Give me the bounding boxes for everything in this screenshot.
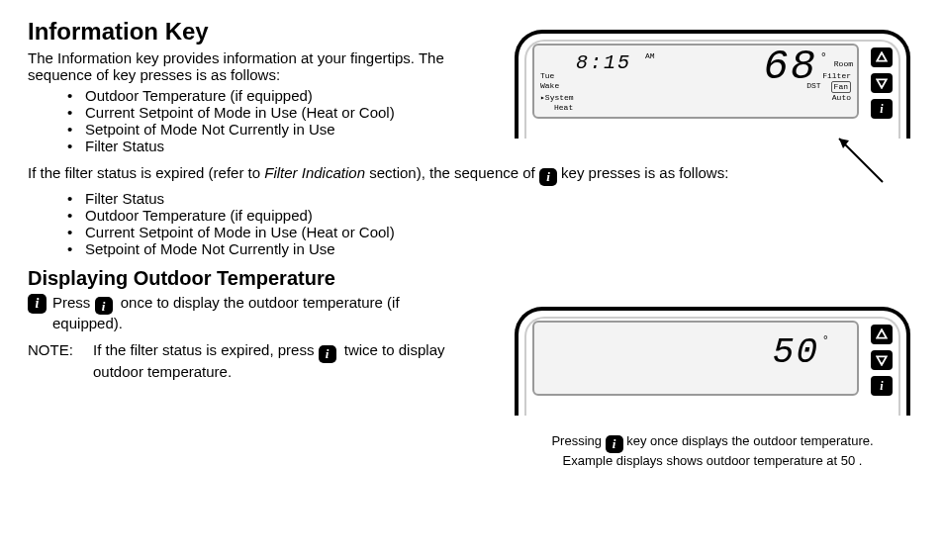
lcd-wake: Wake (540, 81, 559, 93)
text: key once displays the outdoor temperatur… (626, 433, 873, 448)
text: If the filter status is expired, press (93, 341, 319, 358)
info-icon: i (95, 297, 113, 315)
note-text: If the filter status is expired, press i… (93, 341, 453, 380)
filter-indication-ref: Filter Indication (264, 164, 365, 181)
list-item: Outdoor Temperature (if equipped) (67, 207, 916, 224)
list-item: Setpoint of Mode Not Currently in Use (67, 240, 916, 257)
up-button[interactable] (871, 47, 893, 67)
lcd-display: 50 ° (532, 321, 859, 396)
text: key presses is as follows: (561, 164, 728, 181)
lcd-auto: Auto (832, 93, 851, 103)
lcd-system: System (545, 93, 574, 102)
lcd-status-labels: Tue Filter Wake DST Fan ▸System Auto (540, 71, 851, 113)
up-button[interactable] (871, 325, 893, 344)
lcd-fan: Fan (831, 81, 851, 93)
lcd-display: 8:15 AM 68 ° Room Tue Filter Wake DST Fa… (532, 44, 859, 119)
lcd-temperature: 50 (773, 332, 819, 373)
figure-caption: Pressing i key once displays the outdoor… (515, 433, 910, 468)
intro-paragraph: The Information key provides information… (28, 49, 493, 83)
button-column: i (871, 321, 893, 416)
lcd-filter: Filter (822, 71, 851, 81)
subsection-title: Displaying Outdoor Temperature (28, 267, 916, 290)
info-button[interactable]: i (871, 99, 893, 119)
info-icon: i (28, 294, 47, 314)
note-row: NOTE: If the filter status is expired, p… (28, 341, 453, 380)
filter-expired-paragraph: If the filter status is expired (refer t… (28, 164, 916, 186)
down-button[interactable] (871, 350, 893, 370)
info-icon: i (539, 168, 557, 186)
thermostat-device: 50 ° i (515, 307, 910, 416)
lcd-ampm: AM (645, 51, 655, 60)
text: If the filter status is expired (refer t… (28, 164, 264, 181)
text: Pressing (551, 433, 605, 448)
lcd-degree: ° (820, 51, 827, 65)
thermostat-figure-2: 50 ° i Pressing i key once displays the … (515, 307, 910, 468)
callout-arrow-icon (833, 135, 893, 184)
svg-line-0 (839, 139, 883, 182)
info-button[interactable]: i (871, 376, 893, 396)
thermostat-device: 8:15 AM 68 ° Room Tue Filter Wake DST Fa… (515, 30, 910, 139)
list-item: Filter Status (67, 190, 916, 207)
info-icon: i (319, 345, 336, 363)
info-icon: i (606, 435, 623, 453)
note-label: NOTE: (28, 341, 81, 380)
lcd-dst: DST (806, 81, 820, 93)
down-button[interactable] (871, 73, 893, 93)
lcd-heat: Heat (554, 103, 573, 113)
lcd-day: Tue (540, 71, 554, 81)
text: Press (52, 294, 95, 311)
secondary-bullet-list: Filter Status Outdoor Temperature (if eq… (67, 190, 916, 257)
list-item: Current Setpoint of Mode in Use (Heat or… (67, 224, 916, 240)
text: Example displays shows outdoor temperatu… (515, 453, 910, 468)
lcd-degree: ° (822, 334, 829, 348)
thermostat-figure-1: 8:15 AM 68 ° Room Tue Filter Wake DST Fa… (515, 30, 910, 139)
text: section), the sequence of (365, 164, 539, 181)
press-instruction-row: i Press i once to display the outdoor te… (28, 294, 453, 332)
list-item: Filter Status (67, 138, 916, 154)
press-instruction-text: Press i once to display the outdoor temp… (52, 294, 453, 332)
button-column: i (871, 44, 893, 139)
lcd-room-label: Room (834, 59, 853, 68)
